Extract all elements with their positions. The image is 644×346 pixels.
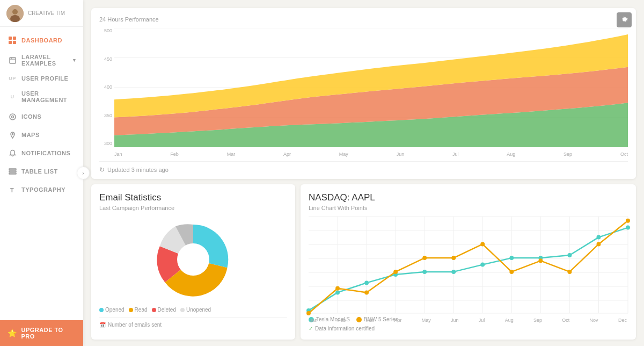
svg-point-11 xyxy=(11,116,13,118)
svg-rect-3 xyxy=(9,37,12,40)
svg-rect-4 xyxy=(13,37,16,40)
svg-point-65 xyxy=(626,219,630,223)
sidebar-item-label: Maps xyxy=(21,132,76,138)
svg-point-48 xyxy=(480,263,485,267)
svg-point-51 xyxy=(567,253,572,257)
nasdaq-card: NASDAQ: AAPL Line Chart With Points xyxy=(301,184,636,340)
y-axis-labels: 500 450 400 350 300 xyxy=(99,28,114,146)
svg-point-56 xyxy=(364,290,369,294)
laravel-icon xyxy=(8,55,17,65)
legend-label-deleted: Deleted xyxy=(158,307,176,313)
svg-text:T: T xyxy=(10,187,14,193)
brand-text: CREATIVE TIM xyxy=(28,10,65,17)
sidebar-item-label: Dashboard xyxy=(21,37,76,44)
svg-point-1 xyxy=(12,9,18,15)
svg-point-52 xyxy=(596,235,601,240)
svg-point-46 xyxy=(422,270,427,274)
sidebar-item-table-list[interactable]: Table List xyxy=(0,162,83,181)
bottom-row: Email Statistics Last Campaign Performan… xyxy=(91,184,636,340)
svg-point-44 xyxy=(364,280,369,285)
certified-text: ✓ Data information certified xyxy=(309,326,628,331)
svg-point-63 xyxy=(567,270,572,274)
bell-icon xyxy=(8,148,17,158)
upgrade-label: Upgrade to Pro xyxy=(21,327,76,340)
maps-icon xyxy=(8,130,17,140)
pie-chart xyxy=(99,217,287,302)
sidebar-item-user-management[interactable]: U User Management xyxy=(0,86,83,107)
sidebar-item-maps[interactable]: Maps xyxy=(0,126,83,144)
sidebar-item-notifications[interactable]: Notifications xyxy=(0,144,83,162)
sidebar-item-label: Table List xyxy=(21,168,76,175)
dashboard-icon xyxy=(8,35,17,45)
upgrade-button[interactable]: ⭐ Upgrade to Pro xyxy=(0,320,83,346)
sidebar-item-label: Typography xyxy=(21,186,76,193)
certified-label: Data information certified xyxy=(315,326,375,331)
gear-button[interactable] xyxy=(617,12,632,27)
email-stats-title: Email Statistics xyxy=(99,192,287,203)
table-icon xyxy=(8,167,17,176)
sidebar-item-label: Notifications xyxy=(21,150,76,156)
svg-rect-7 xyxy=(10,57,16,63)
refresh-icon: ↻ xyxy=(99,166,105,174)
legend-label-read: Read xyxy=(135,307,148,313)
chevron-left-icon: › xyxy=(82,170,84,176)
nasdaq-x-labels: Jan Feb Mar Apr May Jun Jul Aug Sep Oct … xyxy=(309,318,628,323)
email-footer: 📅 Number of emails sent xyxy=(99,317,287,328)
sidebar-nav: Dashboard Laravel Examples ▾ UP User Pro… xyxy=(0,27,83,320)
sidebar-item-typography[interactable]: T Typography xyxy=(0,181,83,199)
performance-chart-card: 24 Hours Performance 500 450 400 350 300 xyxy=(91,8,636,179)
svg-point-62 xyxy=(538,258,543,263)
legend-dot-read xyxy=(129,308,133,312)
chart-footer: ↻ Updated 3 minutes ago xyxy=(99,161,628,174)
email-stats-subtitle: Last Campaign Performance xyxy=(99,205,287,211)
svg-rect-15 xyxy=(9,173,16,174)
sidebar-header: CREATIVE TIM xyxy=(0,0,83,27)
svg-rect-6 xyxy=(13,41,16,44)
chevron-down-icon: ▾ xyxy=(73,57,76,63)
email-statistics-card: Email Statistics Last Campaign Performan… xyxy=(91,184,295,340)
svg-point-60 xyxy=(480,242,485,246)
svg-point-47 xyxy=(451,270,456,274)
svg-point-43 xyxy=(335,290,340,294)
svg-point-54 xyxy=(306,311,311,315)
email-footer-text: Number of emails sent xyxy=(108,322,162,328)
legend-dot-unopened xyxy=(180,308,185,312)
nasdaq-subtitle: Line Chart With Points xyxy=(309,205,628,211)
sidebar-item-label: Icons xyxy=(21,113,76,120)
sidebar-item-dashboard[interactable]: Dashboard xyxy=(0,31,83,49)
legend-label-opened: Opened xyxy=(105,307,125,313)
brand-name: CREATIVE TIM xyxy=(28,10,65,17)
performance-chart-title: 24 Hours Performance xyxy=(99,16,628,23)
sidebar-item-laravel-examples[interactable]: Laravel Examples ▾ xyxy=(0,49,83,71)
svg-point-22 xyxy=(177,243,209,276)
sidebar: CREATIVE TIM Dashboard xyxy=(0,0,83,346)
chart-updated-text: Updated 3 minutes ago xyxy=(107,167,169,173)
area-chart: 500 450 400 350 300 xyxy=(99,28,628,157)
main-content: 24 Hours Performance 500 450 400 350 300 xyxy=(83,0,644,346)
svg-point-12 xyxy=(12,133,13,134)
svg-point-49 xyxy=(509,256,514,260)
sidebar-item-label: User Management xyxy=(21,90,76,103)
svg-rect-14 xyxy=(9,171,16,172)
avatar xyxy=(6,5,24,22)
sidebar-item-user-profile[interactable]: UP User Profile xyxy=(0,71,83,86)
svg-point-57 xyxy=(393,270,398,274)
legend-dot-opened xyxy=(99,308,104,312)
legend-unopened: Unopened xyxy=(180,307,211,313)
upgrade-icon: ⭐ xyxy=(8,329,17,337)
svg-point-58 xyxy=(422,256,427,260)
legend-label-unopened: Unopened xyxy=(186,307,211,313)
legend-opened: Opened xyxy=(99,307,125,313)
svg-rect-5 xyxy=(9,41,12,44)
svg-point-53 xyxy=(626,226,630,230)
svg-point-61 xyxy=(509,270,514,274)
icons-icon xyxy=(8,112,17,121)
area-chart-inner xyxy=(114,28,628,147)
sidebar-item-icons[interactable]: Icons xyxy=(0,107,83,126)
svg-point-10 xyxy=(10,114,16,120)
sidebar-collapse-button[interactable]: › xyxy=(77,167,90,179)
nasdaq-title: NASDAQ: AAPL xyxy=(309,192,628,203)
sidebar-item-label: User Profile xyxy=(21,75,76,82)
svg-point-55 xyxy=(335,286,340,291)
calendar-icon: 📅 xyxy=(99,322,106,328)
